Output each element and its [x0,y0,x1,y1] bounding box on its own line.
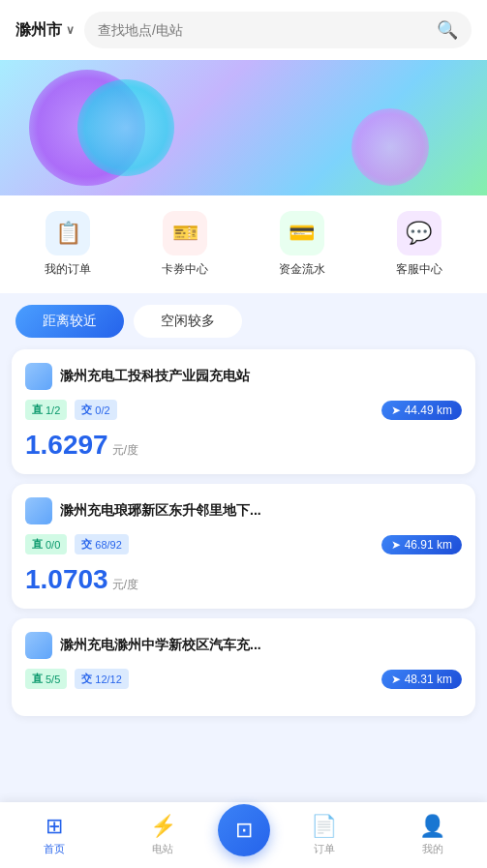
station-name-3: 滁州充电滁州中学新校区汽车充... [60,637,462,654]
dc-badge-2: 直 0/0 [25,534,67,554]
station-card-3[interactable]: 滁州充电滁州中学新校区汽车充... 直 5/5 交 12/12 ➤ 48.31 … [12,618,475,716]
station-card-1[interactable]: 滁州充电工投科技产业园充电站 直 1/2 交 0/2 ➤ 44.49 km 1.… [12,349,475,474]
quick-item-service[interactable]: 💬 客服中心 [396,211,442,278]
station-name-2: 滁州充电琅琊新区东升邻里地下... [60,502,462,520]
orders-nav-label: 订单 [314,842,335,856]
funds-label: 资金流水 [279,261,325,278]
service-label: 客服中心 [396,261,442,278]
city-selector[interactable]: 滁州市 ∨ [15,20,75,41]
nav-orders[interactable]: 📄 订单 [270,814,379,856]
navigation-icon-3: ➤ [391,673,401,686]
distance-badge-1: ➤ 44.49 km [381,401,462,420]
filter-tabs: 距离较近 空闲较多 [0,293,487,349]
station-header-3: 滁州充电滁州中学新校区汽车充... [25,632,462,659]
distance-value-3: 48.31 km [405,673,452,686]
bottom-nav: ⊞ 首页 ⚡ 电站 ⊡ 📄 订单 👤 我的 [0,802,487,868]
price-row-2: 1.0703 元/度 [25,564,462,595]
tab-free[interactable]: 空闲较多 [134,305,242,338]
station-icon: ⚡ [150,814,176,839]
nav-home[interactable]: ⊞ 首页 [0,814,108,856]
navigation-icon-2: ➤ [391,538,401,552]
nav-mine[interactable]: 👤 我的 [379,814,487,856]
orders-icon: 📋 [46,211,90,255]
quick-item-funds[interactable]: 💳 资金流水 [279,211,325,278]
station-card-2[interactable]: 滁州充电琅琊新区东升邻里地下... 直 0/0 交 68/92 ➤ 46.91 … [12,484,475,609]
banner [0,60,487,195]
quick-item-cards[interactable]: 🎫 卡券中心 [162,211,208,278]
search-bar[interactable]: 🔍 [84,12,472,48]
search-icon[interactable]: 🔍 [437,19,458,41]
header: 滁州市 ∨ 🔍 [0,0,487,60]
price-value-1: 1.6297 [25,430,108,461]
price-value-2: 1.0703 [25,564,108,595]
banner-decoration-3 [351,108,429,186]
service-icon: 💬 [397,211,441,255]
station-meta-2: 直 0/0 交 68/92 ➤ 46.91 km [25,534,462,554]
quick-item-orders[interactable]: 📋 我的订单 [45,211,91,278]
cards-icon: 🎫 [163,211,207,255]
scan-icon: ⊡ [235,818,253,843]
station-label: 电站 [152,842,173,856]
orders-label: 我的订单 [45,261,91,278]
search-input[interactable] [98,22,429,38]
price-unit-1: 元/度 [112,442,138,459]
distance-value-2: 46.91 km [405,538,452,552]
ac-badge-2: 交 68/92 [75,534,129,554]
mine-label: 我的 [422,842,443,856]
stations-list: 滁州充电工投科技产业园充电站 直 1/2 交 0/2 ➤ 44.49 km 1.… [0,349,487,716]
banner-decoration-2 [77,79,174,176]
home-label: 首页 [44,842,65,856]
funds-icon: 💳 [280,211,324,255]
ac-badge-1: 交 0/2 [75,400,116,420]
station-icon-2 [25,497,52,524]
station-icon-1 [25,363,52,390]
nav-station[interactable]: ⚡ 电站 [108,814,217,856]
city-name: 滁州市 [15,20,62,41]
home-icon: ⊞ [46,814,63,839]
station-header-1: 滁州充电工投科技产业园充电站 [25,363,462,390]
tab-nearby[interactable]: 距离较近 [15,305,124,338]
station-meta-1: 直 1/2 交 0/2 ➤ 44.49 km [25,400,462,420]
chevron-down-icon: ∨ [66,23,75,37]
station-meta-3: 直 5/5 交 12/12 ➤ 48.31 km [25,669,462,689]
distance-badge-2: ➤ 46.91 km [381,535,462,554]
dc-badge-3: 直 5/5 [25,669,67,689]
nav-scan-button[interactable]: ⊡ [218,804,270,856]
dc-badge-1: 直 1/2 [25,400,67,420]
distance-value-1: 44.49 km [405,404,452,417]
station-header-2: 滁州充电琅琊新区东升邻里地下... [25,497,462,524]
station-name-1: 滁州充电工投科技产业园充电站 [60,368,462,385]
cards-label: 卡券中心 [162,261,208,278]
ac-badge-3: 交 12/12 [75,669,129,689]
navigation-icon-1: ➤ [391,404,401,417]
price-unit-2: 元/度 [112,577,138,593]
distance-badge-3: ➤ 48.31 km [381,670,462,689]
price-row-1: 1.6297 元/度 [25,430,462,461]
orders-nav-icon: 📄 [311,814,337,839]
quick-menu: 📋 我的订单 🎫 卡券中心 💳 资金流水 💬 客服中心 [0,195,487,293]
station-icon-3 [25,632,52,659]
mine-icon: 👤 [419,814,445,839]
